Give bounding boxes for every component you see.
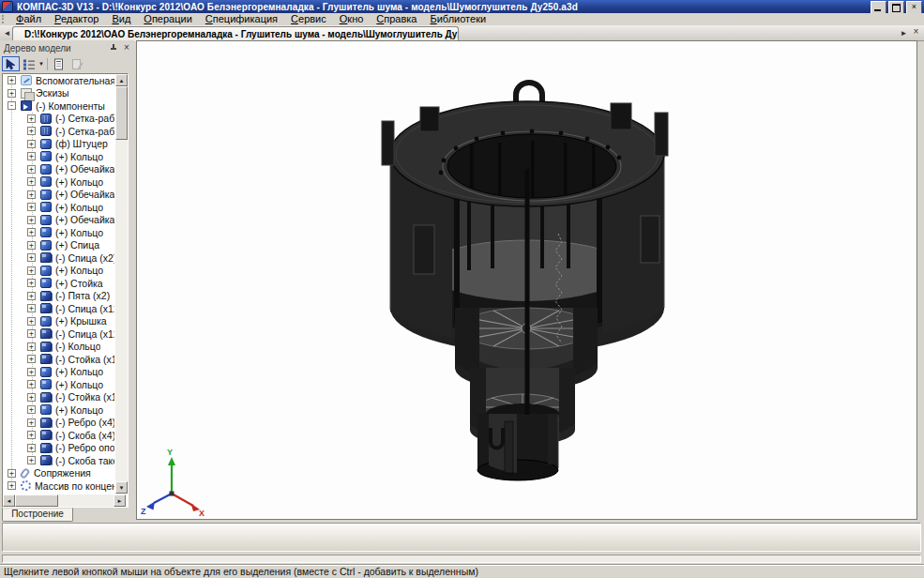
expand-toggle-icon[interactable]: + [27,342,36,351]
expand-toggle-icon[interactable]: + [8,76,16,84]
pin-icon[interactable] [108,43,119,53]
expand-toggle-icon[interactable]: + [27,253,36,262]
tree-item[interactable]: +(+) Кольцо [3,366,114,379]
tree-item[interactable]: +(-) Спица (x2) [3,251,114,265]
document-tab[interactable]: D:\!Конкурс 2012\ОАО Белэнергоремналадка… [12,26,459,41]
expand-toggle-icon[interactable]: + [27,152,36,160]
expand-toggle-icon[interactable]: + [27,165,36,174]
composition-button[interactable] [68,56,86,71]
tree-item[interactable]: +Массив по концентриче [3,479,114,493]
tree-horizontal-scrollbar[interactable]: ◄ ► [3,494,126,507]
expand-toggle-icon[interactable]: + [27,140,36,148]
tree-item[interactable]: +(+) Кольцо [3,226,114,239]
tab-scroll-left-icon[interactable]: ◄ [2,28,12,38]
expand-toggle-icon[interactable]: + [27,444,36,452]
expand-toggle-icon[interactable]: + [27,456,36,464]
tree-item[interactable]: +(+) Кольцо [3,150,114,163]
panel-close-icon[interactable]: × [121,43,132,53]
tree-item[interactable]: +(-) Ребро (x4) [3,417,114,430]
expand-toggle-icon[interactable]: + [8,469,16,478]
minimize-button[interactable] [871,1,886,14]
tab-scroll-right-icon[interactable]: ► [899,28,909,38]
tab-close-icon[interactable]: × [911,27,921,38]
dropdown-arrow-icon[interactable]: ▼ [38,61,44,67]
tree-item[interactable]: +(-) Сетка-рабица 1 [3,113,114,126]
tree-item[interactable]: +(-) Скоба (x4) [3,429,114,442]
scroll-down-button[interactable]: ▼ [115,481,128,494]
tree-item-label: (+) Кольцо [55,265,103,276]
scroll-left-button[interactable]: ◄ [3,494,15,507]
tree-item[interactable]: +(+) Стойка [3,277,114,290]
menu-item[interactable]: Спецификация [199,13,284,25]
tree-item[interactable]: +(+) Обечайка [3,214,114,227]
scroll-right-button[interactable]: ► [114,494,126,507]
expand-toggle-icon[interactable]: + [27,393,36,402]
tree-item[interactable]: +(-) Стойка (x12) [3,353,114,366]
expand-toggle-icon[interactable]: + [27,266,36,275]
tree-vertical-scrollbar[interactable]: ▲ ▼ [115,74,128,494]
tree-item[interactable]: +(+) Кольцо [3,265,114,278]
tree-item[interactable]: +Вспомогательная геоме [3,74,114,87]
menu-item[interactable]: Справка [370,13,423,25]
expand-toggle-icon[interactable]: + [27,190,36,199]
restore-button[interactable] [888,1,904,14]
expand-toggle-icon[interactable]: + [27,203,36,211]
expand-toggle-icon[interactable]: + [27,127,36,135]
tree-item[interactable]: +(+) Крышка [3,315,114,328]
menu-item[interactable]: Окно [333,13,371,25]
menu-item[interactable]: Операции [137,13,198,25]
expand-toggle-icon[interactable]: + [27,279,36,287]
expand-toggle-icon[interactable]: + [27,304,36,312]
expand-toggle-icon[interactable]: + [27,114,36,123]
menu-item[interactable]: Вид [105,13,137,25]
menu-item[interactable]: Файл [9,13,48,25]
tree-item[interactable]: +(+) Обечайка [3,189,114,202]
vertical-scroll-thumb[interactable] [115,86,128,140]
scroll-up-button[interactable]: ▲ [115,74,128,86]
tree-item[interactable]: +(+) Спица [3,239,114,252]
tab-construction[interactable]: Построение [2,508,73,522]
tree-item[interactable]: +(-) Ребро опорное (х [3,442,114,455]
expand-toggle-icon[interactable]: + [27,177,36,186]
tree-item[interactable]: +Сопряжения [3,467,114,480]
relations-report-button[interactable] [51,56,68,71]
expand-toggle-icon[interactable]: + [27,241,36,250]
tree-item[interactable]: +(+) Кольцо [3,378,114,391]
tree-item[interactable]: +(+) Обечайка [3,163,114,176]
horizontal-scroll-thumb[interactable] [15,494,58,507]
tree-item[interactable]: -(-) Компоненты [3,99,114,113]
tree-item[interactable]: +(+) Кольцо [3,403,114,417]
tree-item[interactable]: +(+) Кольцо [3,201,114,214]
tree-item[interactable]: +(-) Кольцо [3,341,114,354]
expand-toggle-icon[interactable]: + [27,216,36,224]
expand-toggle-icon[interactable]: + [27,317,36,326]
expand-toggle-icon[interactable]: + [27,431,36,439]
tree-item[interactable]: +(+) Кольцо [3,175,114,189]
menu-item[interactable]: Библиотеки [424,13,493,25]
tree-item[interactable]: +(-) Сетка-рабица 2 [3,125,114,138]
expand-toggle-icon[interactable]: + [27,355,36,363]
tree-item[interactable]: +Эскизы [3,87,114,100]
tree-item[interactable]: +(-) Скоба такелажн [3,454,114,467]
tree-item[interactable]: +(-) Стойка (x12) [3,391,114,404]
menu-item[interactable]: Сервис [284,13,333,25]
selection-mode-button[interactable] [2,56,20,71]
close-button[interactable]: × [906,1,922,14]
tree-item[interactable]: +(-) Спица (x12) [3,302,114,315]
expand-toggle-icon[interactable]: + [27,418,36,427]
expand-toggle-icon[interactable]: + [27,228,36,236]
tree-structure-button[interactable] [20,56,38,71]
expand-toggle-icon[interactable]: + [27,368,36,376]
expand-toggle-icon[interactable]: + [8,89,16,98]
tree-item[interactable]: +(ф) Штуцер [3,138,114,151]
expand-toggle-icon[interactable]: + [27,292,36,300]
expand-toggle-icon[interactable]: + [27,380,36,388]
tree-item[interactable]: +(-) Спица (x12) [3,327,114,341]
expand-toggle-icon[interactable]: + [27,405,36,414]
menu-item[interactable]: Редактор [48,13,105,25]
expand-toggle-icon[interactable]: + [8,481,16,490]
expand-toggle-icon[interactable]: + [27,329,36,338]
model-viewport[interactable]: Y X Z [136,40,917,520]
expand-toggle-icon[interactable]: - [8,101,16,110]
tree-item[interactable]: +(-) Пята (x2) [3,290,114,303]
